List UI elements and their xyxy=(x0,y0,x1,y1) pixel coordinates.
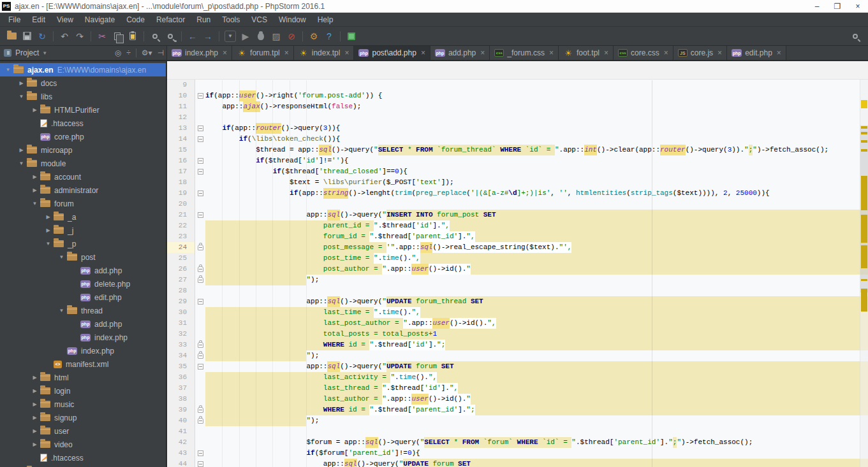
redo-icon[interactable]: ↷ xyxy=(72,29,87,43)
menu-refactor[interactable]: Refactor xyxy=(151,13,191,27)
tree-item-partial[interactable] xyxy=(0,464,166,467)
run-configurations-icon[interactable]: ▼ xyxy=(223,29,238,43)
line-number[interactable]: 26 xyxy=(167,264,195,275)
tree-expand-arrow-icon[interactable]: ▶ xyxy=(29,107,40,113)
tab-close-icon[interactable]: × xyxy=(664,48,668,57)
code-line-30[interactable]: 30 last_time = ".time().", xyxy=(167,307,868,318)
line-number[interactable]: 40 xyxy=(167,415,195,426)
tree-item-.htaccess[interactable]: .htaccess xyxy=(0,451,166,464)
code-line-17[interactable]: 17 if($thread['thread_closed']==0){ xyxy=(167,166,868,177)
fold-marker-icon[interactable] xyxy=(198,277,203,283)
line-number[interactable]: 43 xyxy=(167,448,195,459)
line-number[interactable]: 17 xyxy=(167,166,195,177)
tree-collapse-arrow-icon[interactable]: ▼ xyxy=(56,254,67,260)
settings-icon[interactable]: ⚙ xyxy=(306,29,321,43)
tree-expand-arrow-icon[interactable]: ▶ xyxy=(29,401,40,407)
line-number[interactable]: 23 xyxy=(167,231,195,242)
synchronize-icon[interactable]: ↻ xyxy=(34,29,50,43)
code-line-29[interactable]: 29 app::sql()->query("UPDATE forum_threa… xyxy=(167,296,868,307)
line-number[interactable]: 44 xyxy=(167,459,195,467)
code-line-24[interactable]: 24 post_message = '".app::sql()->real_es… xyxy=(167,242,868,253)
code-line-14[interactable]: 14 if(\libs\token_check()){ xyxy=(167,134,868,145)
open-icon[interactable] xyxy=(4,29,19,43)
fold-marker-icon[interactable] xyxy=(198,418,203,424)
fold-marker-icon[interactable] xyxy=(198,342,203,348)
code-line-37[interactable]: 37 last_thread = ".$thread['id'].", xyxy=(167,383,868,394)
fold-marker-icon[interactable] xyxy=(198,353,203,359)
error-stripe-mark[interactable] xyxy=(861,279,867,281)
code-line-36[interactable]: 36 last_activity = ".time().", xyxy=(167,372,868,383)
fold-marker-icon[interactable] xyxy=(198,266,203,272)
code-line-43[interactable]: 43 if($forum['parent_id']!=0){ xyxy=(167,448,868,459)
tree-item-edit.php[interactable]: phpedit.php xyxy=(0,291,166,304)
line-number[interactable]: 39 xyxy=(167,405,195,415)
tab-close-icon[interactable]: × xyxy=(480,48,485,57)
tree-expand-arrow-icon[interactable]: ▶ xyxy=(29,174,40,180)
tab-edit.php[interactable]: phpedit.php× xyxy=(727,46,786,60)
menu-edit[interactable]: Edit xyxy=(26,13,51,27)
tab-close-icon[interactable]: × xyxy=(604,48,608,57)
tab-close-icon[interactable]: × xyxy=(549,48,554,57)
code-area[interactable]: 910if(app::user()->right('forum.post-add… xyxy=(167,80,868,467)
gear-icon[interactable]: ⚙▾ xyxy=(142,48,152,57)
code-line-32[interactable]: 32 total_posts = total_posts+1 xyxy=(167,329,868,340)
tree-item-forum[interactable]: ▼forum xyxy=(0,197,166,210)
error-stripe-scrollbar[interactable] xyxy=(860,80,868,467)
tree-expand-arrow-icon[interactable]: ▶ xyxy=(43,214,54,220)
tree-collapse-arrow-icon[interactable]: ▼ xyxy=(16,161,27,166)
save-all-icon[interactable] xyxy=(19,29,34,43)
code-line-28[interactable]: 28 xyxy=(167,285,868,296)
menu-vcs[interactable]: VCS xyxy=(246,13,273,27)
tree-item-_p[interactable]: ▼_p xyxy=(0,237,166,250)
tree-collapse-arrow-icon[interactable]: ▼ xyxy=(3,67,13,73)
line-number[interactable]: 32 xyxy=(167,329,195,340)
fold-marker-icon[interactable] xyxy=(198,158,203,164)
error-stripe-mark[interactable] xyxy=(861,100,867,108)
fold-marker-icon[interactable] xyxy=(198,93,203,99)
tree-item-microapp[interactable]: ▶microapp xyxy=(0,143,166,157)
code-line-22[interactable]: 22 parent_id = ".$thread['id'].", xyxy=(167,220,868,231)
tab-close-icon[interactable]: × xyxy=(421,48,425,57)
code-line-21[interactable]: 21 app::sql()->query("INSERT INTO forum_… xyxy=(167,210,868,220)
tree-collapse-arrow-icon[interactable]: ▼ xyxy=(43,241,54,247)
tab-index.php[interactable]: phpindex.php× xyxy=(167,46,232,60)
tree-collapse-arrow-icon[interactable]: ▼ xyxy=(29,201,40,206)
tree-item-music[interactable]: ▶music xyxy=(0,398,166,411)
tree-collapse-arrow-icon[interactable]: ▼ xyxy=(56,308,67,313)
line-number[interactable]: 35 xyxy=(167,361,195,372)
tab-forum.tpl[interactable]: ☀forum.tpl× xyxy=(232,46,294,60)
tab-add.php[interactable]: phpadd.php× xyxy=(430,46,490,60)
tab-index.tpl[interactable]: ☀index.tpl× xyxy=(294,46,355,60)
tree-item-.htaccess[interactable]: .htaccess xyxy=(0,117,166,130)
tree-item-manifest.xml[interactable]: <>manifest.xml xyxy=(0,357,166,371)
line-number[interactable]: 34 xyxy=(167,350,195,361)
line-number[interactable]: 24 xyxy=(167,242,195,253)
menu-run[interactable]: Run xyxy=(191,13,216,27)
cut-icon[interactable]: ✂ xyxy=(94,29,110,43)
code-line-39[interactable]: 39 WHERE id = ".$thread['parent_id']."; xyxy=(167,405,868,415)
tree-item-docs[interactable]: ▶docs xyxy=(0,76,166,90)
paste-icon[interactable] xyxy=(125,29,140,43)
code-line-19[interactable]: 19 if(app::string()->lenght(trim(preg_re… xyxy=(167,188,868,199)
tree-item-_j[interactable]: ▶_j xyxy=(0,224,166,237)
tree-expand-arrow-icon[interactable]: ▶ xyxy=(29,388,40,394)
code-line-31[interactable]: 31 last_post_author = ".app::user()->id(… xyxy=(167,318,868,329)
line-number[interactable]: 41 xyxy=(167,426,195,437)
line-number[interactable]: 13 xyxy=(167,123,195,134)
menu-code[interactable]: Code xyxy=(121,13,151,27)
tree-item-module[interactable]: ▼module xyxy=(0,157,166,170)
error-stripe-mark[interactable] xyxy=(861,140,867,143)
error-stripe-mark[interactable] xyxy=(861,126,867,129)
line-number[interactable]: 19 xyxy=(167,188,195,199)
error-stripe-mark[interactable] xyxy=(861,215,867,243)
code-line-23[interactable]: 23 forum_id = ".$thread['parent_id'].", xyxy=(167,231,868,242)
code-line-44[interactable]: 44 app::sql()->query("UPDATE forum SET xyxy=(167,459,868,467)
tab-close-icon[interactable]: × xyxy=(284,48,289,57)
code-line-18[interactable]: 18 $text = \libs\purifier($_POST['text']… xyxy=(167,177,868,188)
menu-tools[interactable]: Tools xyxy=(216,13,246,27)
line-number[interactable]: 18 xyxy=(167,177,195,188)
code-line-25[interactable]: 25 post_time = ".time().", xyxy=(167,253,868,264)
fold-marker-icon[interactable] xyxy=(198,212,203,218)
tree-item-ajax.en[interactable]: ▼ajax.enE:\WWW\domains\ajax.en xyxy=(0,63,166,76)
line-number[interactable]: 36 xyxy=(167,372,195,383)
